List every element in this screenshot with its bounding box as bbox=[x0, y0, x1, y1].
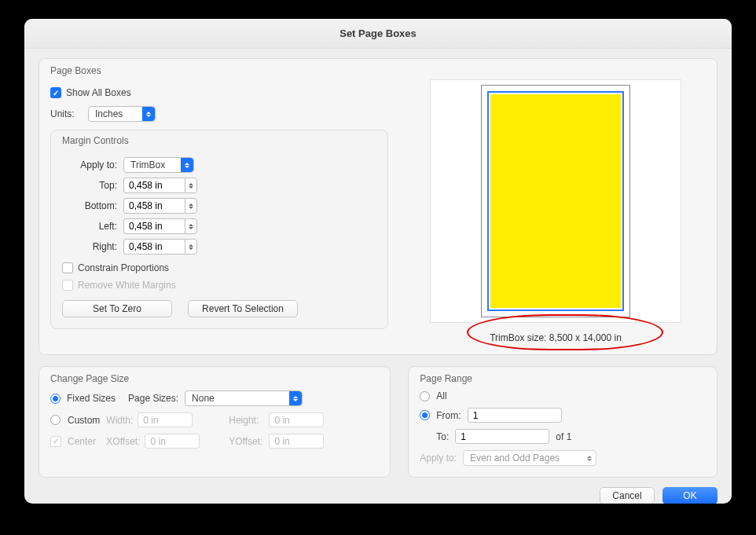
margin-top-stepper[interactable] bbox=[123, 178, 197, 193]
dialog-window: Set Page Boxes Page Boxes ✓ Show All Box… bbox=[24, 19, 732, 504]
page-sizes-value: None bbox=[192, 393, 215, 404]
preview-page-outline bbox=[481, 85, 630, 317]
change-page-size-section: Change Page Size Fixed Sizes Page Sizes:… bbox=[39, 366, 391, 478]
page-range-all-label: All bbox=[436, 390, 446, 401]
height-label: Height: bbox=[229, 415, 262, 426]
units-select-value: Inches bbox=[95, 108, 123, 119]
page-sizes-label: Page Sizes: bbox=[128, 393, 178, 404]
constrain-proportions-label: Constrain Proportions bbox=[78, 262, 169, 273]
margin-bottom-input[interactable] bbox=[123, 198, 185, 214]
page-boxes-label: Page Boxes bbox=[50, 65, 101, 76]
dialog-footer: Cancel OK bbox=[39, 478, 717, 504]
xoffset-label: XOffset: bbox=[106, 436, 140, 447]
chevron-updown-icon bbox=[183, 159, 191, 170]
margin-top-input[interactable] bbox=[123, 178, 185, 193]
cancel-button[interactable]: Cancel bbox=[600, 487, 655, 504]
remove-white-margins-label: Remove White Margins bbox=[78, 280, 176, 291]
margin-left-input[interactable] bbox=[123, 218, 185, 234]
chevron-updown-icon bbox=[292, 393, 299, 404]
page-boxes-section: Page Boxes ✓ Show All Boxes Units: Inche… bbox=[39, 58, 717, 355]
height-input bbox=[269, 412, 324, 427]
custom-label: Custom bbox=[68, 415, 100, 426]
stepper-buttons-icon[interactable] bbox=[185, 218, 197, 234]
preview-canvas bbox=[430, 79, 681, 323]
page-sizes-select[interactable]: None bbox=[185, 390, 303, 406]
set-to-zero-button[interactable]: Set To Zero bbox=[62, 300, 172, 317]
page-range-from-radio[interactable] bbox=[420, 410, 430, 420]
ok-button[interactable]: OK bbox=[662, 487, 717, 504]
stepper-buttons-icon[interactable] bbox=[185, 239, 197, 255]
apply-to-label: Apply to: bbox=[62, 159, 117, 170]
page-range-apply-to-value: Even and Odd Pages bbox=[470, 453, 560, 464]
margin-bottom-label: Bottom: bbox=[62, 200, 117, 211]
fixed-sizes-radio[interactable] bbox=[50, 394, 61, 404]
width-input bbox=[138, 412, 193, 427]
page-range-of-text: of 1 bbox=[556, 431, 571, 442]
revert-to-selection-button[interactable]: Revert To Selection bbox=[188, 300, 298, 317]
margin-left-label: Left: bbox=[62, 221, 117, 232]
custom-radio[interactable] bbox=[50, 415, 61, 425]
margin-bottom-stepper[interactable] bbox=[123, 198, 197, 214]
remove-white-margins-checkbox bbox=[62, 280, 73, 291]
margin-left-stepper[interactable] bbox=[123, 218, 197, 234]
units-label: Units: bbox=[50, 108, 82, 119]
show-all-boxes-row: ✓ Show All Boxes bbox=[50, 87, 388, 98]
page-range-to-input[interactable] bbox=[455, 429, 549, 444]
yoffset-label: YOffset: bbox=[229, 436, 262, 447]
stepper-buttons-icon[interactable] bbox=[185, 198, 197, 214]
center-checkbox: ✓ bbox=[50, 436, 61, 447]
apply-to-select[interactable]: TrimBox bbox=[123, 157, 194, 173]
page-range-apply-to-label: Apply to: bbox=[420, 453, 457, 464]
xoffset-input bbox=[145, 434, 200, 449]
margin-controls-label: Margin Controls bbox=[62, 135, 129, 146]
preview-trimbox bbox=[487, 91, 624, 311]
width-label: Width: bbox=[106, 415, 133, 426]
margin-top-label: Top: bbox=[62, 180, 117, 191]
page-range-from-label: From: bbox=[436, 410, 461, 421]
dialog-content: Page Boxes ✓ Show All Boxes Units: Inche… bbox=[24, 49, 732, 504]
margin-right-label: Right: bbox=[62, 241, 117, 252]
page-boxes-left: ✓ Show All Boxes Units: Inches Margin Co… bbox=[50, 68, 388, 343]
page-range-from-input[interactable] bbox=[468, 408, 562, 423]
page-range-all-radio[interactable] bbox=[420, 391, 430, 401]
stepper-buttons-icon[interactable] bbox=[185, 178, 197, 193]
dialog-title: Set Page Boxes bbox=[24, 19, 732, 49]
center-label: Center bbox=[68, 436, 100, 447]
page-range-to-label: To: bbox=[436, 431, 449, 442]
chevron-updown-icon bbox=[585, 453, 593, 464]
yoffset-input bbox=[269, 434, 324, 449]
chevron-updown-icon bbox=[145, 108, 152, 119]
trimbox-size-text: TrimBox size: 8,500 x 14,000 in bbox=[406, 332, 706, 343]
margin-controls-group: Margin Controls Apply to: TrimBox Top: bbox=[50, 130, 388, 329]
show-all-boxes-label: Show All Boxes bbox=[66, 87, 131, 98]
page-boxes-preview: TrimBox size: 8,500 x 14,000 in bbox=[406, 68, 706, 343]
page-range-section: Page Range All From: To: of 1 bbox=[408, 366, 717, 478]
constrain-proportions-checkbox[interactable] bbox=[62, 262, 73, 273]
change-page-size-label: Change Page Size bbox=[50, 373, 129, 384]
margin-right-input[interactable] bbox=[123, 239, 185, 255]
apply-to-value: TrimBox bbox=[130, 159, 165, 170]
page-range-label: Page Range bbox=[420, 373, 472, 384]
margin-right-stepper[interactable] bbox=[123, 239, 197, 255]
fixed-sizes-label: Fixed Sizes bbox=[67, 393, 116, 404]
page-range-apply-to-select: Even and Odd Pages bbox=[463, 450, 596, 466]
units-select[interactable]: Inches bbox=[88, 106, 156, 122]
show-all-boxes-checkbox[interactable]: ✓ bbox=[50, 87, 61, 98]
